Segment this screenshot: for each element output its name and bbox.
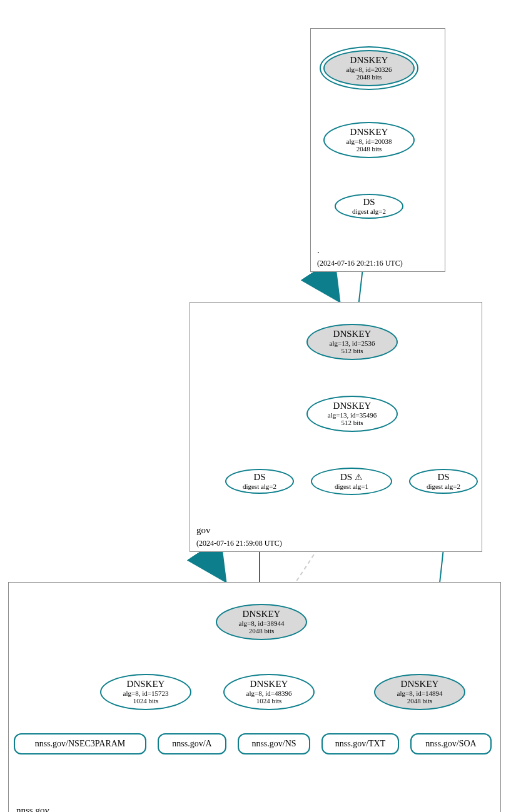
gov-zsk-node: DNSKEY alg=13, id=35496 512 bits	[306, 396, 398, 432]
root-zsk-title: DNSKEY	[350, 127, 388, 138]
rr-txt-label: nnss.gov/TXT	[335, 739, 386, 748]
rr-nsec3param-label: nnss.gov/NSEC3PARAM	[35, 739, 126, 748]
gov-ds1-title: DS	[253, 472, 265, 483]
rr-ns-node: nnss.gov/NS	[238, 733, 310, 754]
gov-ds2-alg: digest alg=1	[335, 483, 368, 491]
zone-nnss-name: nnss.gov	[16, 805, 49, 812]
root-zsk-bits: 2048 bits	[357, 145, 382, 153]
rr-soa-node: nnss.gov/SOA	[410, 733, 492, 754]
diagram-canvas: . (2024-07-16 20:21:16 UTC) gov (2024-07…	[0, 0, 511, 812]
gov-ds3-title: DS	[437, 472, 449, 483]
gov-ds3-alg: digest alg=2	[427, 483, 460, 491]
root-ds-node: DS digest alg=2	[335, 194, 403, 219]
root-zsk-alg: alg=8, id=20038	[347, 138, 392, 146]
root-zsk-node: DNSKEY alg=8, id=20038 2048 bits	[323, 122, 415, 158]
nnss-ksk-alg: alg=8, id=38944	[239, 619, 285, 628]
root-ksk-title: DNSKEY	[350, 55, 388, 66]
nnss-ksk-bits: 2048 bits	[249, 627, 275, 635]
nnss-key14894-alg: alg=8, id=14894	[397, 689, 443, 698]
gov-ds1-node: DS digest alg=2	[225, 469, 294, 494]
zone-gov-name: gov	[196, 525, 211, 536]
gov-ds1-alg: digest alg=2	[243, 483, 276, 491]
nnss-key14894-bits: 2048 bits	[407, 697, 433, 705]
gov-ds2-node: DS ⚠ digest alg=1	[311, 468, 392, 495]
rr-a-label: nnss.gov/A	[172, 739, 211, 748]
zone-root-name: .	[317, 245, 320, 256]
nnss-zsk2-node: DNSKEY alg=8, id=48396 1024 bits	[223, 674, 315, 710]
gov-ksk-node: DNSKEY alg=13, id=2536 512 bits	[306, 324, 398, 360]
rr-txt-node: nnss.gov/TXT	[321, 733, 399, 754]
zone-gov-timestamp: (2024-07-16 21:59:08 UTC)	[196, 539, 282, 548]
nnss-zsk1-node: DNSKEY alg=8, id=15723 1024 bits	[100, 674, 191, 710]
zone-root-timestamp: (2024-07-16 20:21:16 UTC)	[317, 259, 403, 268]
nnss-key14894-node: DNSKEY alg=8, id=14894 2048 bits	[374, 674, 465, 710]
rr-nsec3param-node: nnss.gov/NSEC3PARAM	[14, 733, 146, 754]
nnss-zsk2-bits: 1024 bits	[256, 697, 282, 705]
nnss-zsk1-bits: 1024 bits	[133, 697, 159, 705]
rr-soa-label: nnss.gov/SOA	[425, 739, 476, 748]
gov-zsk-bits: 512 bits	[341, 419, 363, 427]
nnss-key14894-title: DNSKEY	[401, 679, 439, 689]
root-ksk-alg: alg=8, id=20326	[347, 66, 392, 74]
root-ksk-node: DNSKEY alg=8, id=20326 2048 bits	[323, 50, 415, 86]
root-ds-title: DS	[363, 197, 375, 208]
nnss-ksk-node: DNSKEY alg=8, id=38944 2048 bits	[216, 604, 307, 640]
gov-ds3-node: DS digest alg=2	[409, 469, 478, 494]
root-ds-alg: digest alg=2	[352, 208, 386, 216]
nnss-zsk2-alg: alg=8, id=48396	[246, 689, 292, 698]
gov-ksk-title: DNSKEY	[333, 329, 372, 339]
warning-icon: ⚠	[355, 473, 363, 482]
nnss-zsk2-title: DNSKEY	[250, 679, 288, 689]
gov-ds2-title: DS	[340, 472, 352, 482]
nnss-ksk-title: DNSKEY	[243, 609, 281, 619]
rr-a-node: nnss.gov/A	[158, 733, 226, 754]
gov-ksk-alg: alg=13, id=2536	[330, 339, 375, 348]
nnss-zsk1-title: DNSKEY	[127, 679, 165, 689]
gov-zsk-title: DNSKEY	[333, 401, 372, 411]
gov-ds2-title-row: DS ⚠	[340, 472, 363, 483]
gov-zsk-alg: alg=13, id=35496	[328, 411, 377, 419]
rr-ns-label: nnss.gov/NS	[251, 739, 296, 748]
nnss-zsk1-alg: alg=8, id=15723	[123, 689, 169, 698]
gov-ksk-bits: 512 bits	[341, 347, 363, 355]
root-ksk-bits: 2048 bits	[357, 73, 382, 81]
